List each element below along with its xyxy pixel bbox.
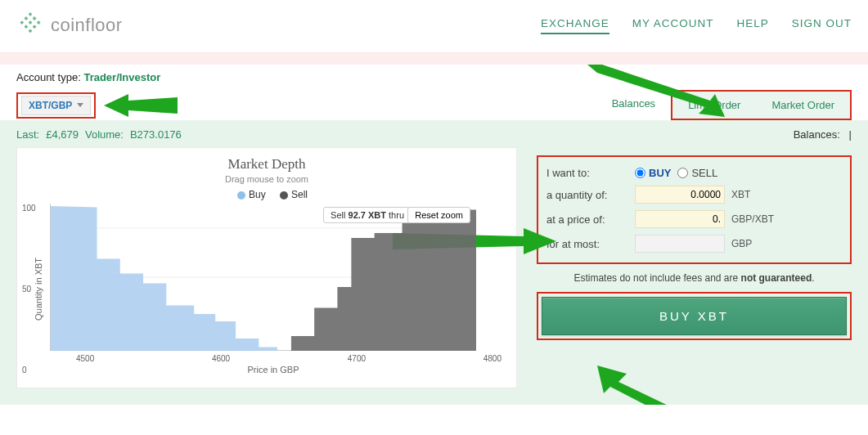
balances-label: Balances: [794, 128, 840, 141]
order-qty-unit: XBT [731, 189, 774, 200]
svg-rect-3 [20, 20, 24, 25]
svg-rect-5 [37, 20, 41, 25]
brand-logo: coinfloor [16, 11, 123, 39]
order-most-input[interactable] [635, 235, 725, 253]
caret-down-icon [77, 103, 83, 107]
stats-row: Last: £4,679 Volume: B273.0176 [16, 128, 517, 147]
tab-limit-order[interactable]: Limit Order [672, 92, 756, 119]
order-disclaimer: Estimates do not include fees and are no… [537, 272, 852, 284]
order-qty-label: a quantity of: [546, 189, 628, 201]
order-tabs: Balances Limit Order Market Order [596, 90, 852, 120]
header: coinfloor EXCHANGE MY ACCOUNT HELP SIGN … [0, 0, 868, 53]
chart-legend: Buy Sell [32, 189, 501, 200]
svg-rect-2 [33, 16, 37, 20]
svg-rect-1 [24, 16, 28, 20]
volume-label: Volume: [85, 128, 124, 141]
brand-name: coinfloor [51, 15, 123, 36]
account-type-label: Account type: [16, 71, 81, 83]
svg-rect-0 [29, 12, 33, 16]
svg-rect-4 [29, 20, 33, 25]
account-type-row: Account type: Trader/Investor [0, 65, 868, 87]
radio-sell[interactable] [677, 168, 688, 178]
legend-sell-label: Sell [291, 189, 308, 200]
volume-value: B273.0176 [130, 128, 182, 141]
annotation-tabs-highlight: Limit Order Market Order [671, 90, 852, 120]
balances-sep: | [849, 128, 852, 141]
nav-sign-out[interactable]: SIGN OUT [792, 17, 852, 34]
market-depth-chart: Market Depth Drag mouse to zoom Buy Sell… [16, 147, 517, 388]
chart-tooltip: Sell 92.7 XBT thru [323, 207, 412, 223]
chart-subtitle: Drag mouse to zoom [32, 174, 501, 184]
toolbar: XBT/GBP Balances Limit Order Market Orde… [0, 87, 868, 120]
svg-rect-8 [29, 29, 33, 33]
order-side-sell[interactable]: SELL [677, 167, 717, 179]
order-price-input[interactable] [635, 210, 725, 228]
last-value: £4,679 [46, 128, 79, 141]
chart-plot-area[interactable]: Sell 92.7 XBT thru Reset zoom [50, 204, 475, 351]
chart-xlabel: Price in GBP [45, 365, 501, 374]
reset-zoom-button[interactable]: Reset zoom [407, 207, 470, 223]
radio-buy[interactable] [635, 168, 645, 178]
nav-my-account[interactable]: MY ACCOUNT [632, 17, 714, 34]
order-most-unit: GBP [731, 238, 774, 249]
order-form: I want to: BUY SELL a quantity of: XBT a… [537, 155, 852, 264]
svg-marker-9 [104, 94, 178, 117]
annotation-arrow-icon [104, 94, 178, 117]
annotation-buy-highlight: BUY XBT [537, 292, 852, 340]
legend-buy-dot-icon [237, 191, 245, 200]
tab-market-order[interactable]: Market Order [756, 92, 850, 119]
svg-rect-6 [24, 25, 28, 29]
notice-bar [0, 53, 868, 65]
nav-help[interactable]: HELP [736, 17, 768, 34]
pair-selector[interactable]: XBT/GBP [21, 96, 91, 115]
buy-button[interactable]: BUY XBT [542, 297, 847, 335]
main-panel: Last: £4,679 Volume: B273.0176 Market De… [0, 120, 868, 405]
order-side-buy[interactable]: BUY [635, 167, 671, 179]
order-most-label: for at most: [546, 238, 628, 250]
legend-sell-dot-icon [280, 191, 288, 200]
order-i-want-label: I want to: [546, 167, 628, 179]
legend-buy-label: Buy [249, 189, 266, 200]
chart-title: Market Depth [32, 156, 501, 173]
tab-balances[interactable]: Balances [596, 90, 671, 120]
chart-yticks: 100 50 0 [22, 204, 36, 374]
svg-rect-7 [33, 25, 37, 29]
order-price-unit: GBP/XBT [731, 213, 774, 225]
pair-selector-label: XBT/GBP [29, 100, 72, 111]
order-price-label: at a price of: [546, 213, 628, 226]
account-type-value: Trader/Investor [83, 71, 160, 83]
order-qty-input[interactable] [635, 186, 725, 204]
chart-xticks: 4500 4600 4700 4800 [76, 354, 501, 363]
top-nav: EXCHANGE MY ACCOUNT HELP SIGN OUT [541, 17, 852, 34]
annotation-pair-highlight: XBT/GBP [16, 92, 96, 119]
logo-icon [16, 11, 44, 39]
nav-exchange[interactable]: EXCHANGE [541, 17, 609, 34]
last-label: Last: [16, 128, 39, 141]
